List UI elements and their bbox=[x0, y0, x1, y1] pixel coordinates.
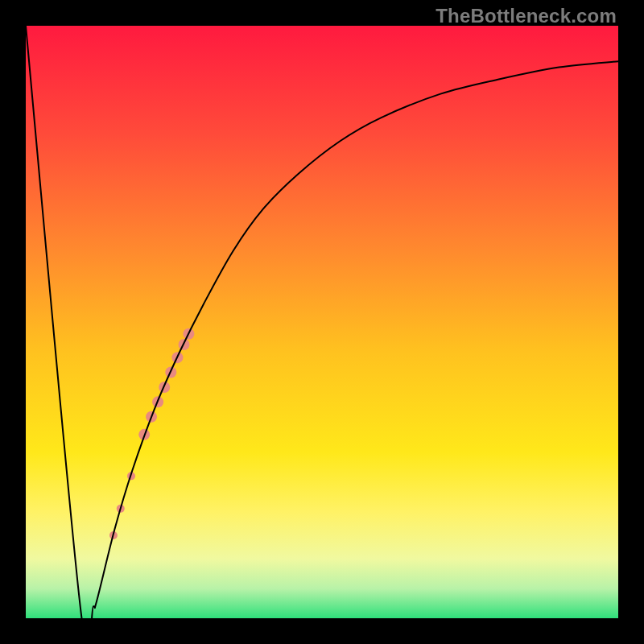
main-curve bbox=[26, 26, 618, 618]
chart-frame: TheBottleneck.com bbox=[0, 0, 644, 644]
highlight-dots bbox=[109, 328, 194, 539]
plot-area bbox=[26, 26, 618, 618]
curve-layer bbox=[26, 26, 618, 618]
watermark-text: TheBottleneck.com bbox=[436, 5, 617, 27]
